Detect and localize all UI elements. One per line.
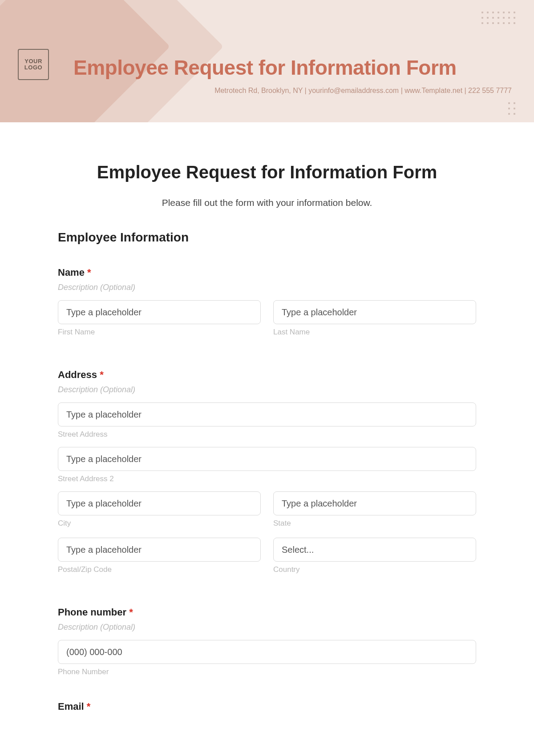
state-input[interactable] bbox=[273, 491, 476, 515]
postal-code-input[interactable] bbox=[58, 538, 261, 562]
desc-name: Description (Optional) bbox=[58, 283, 476, 292]
label-address-text: Address bbox=[58, 369, 97, 380]
field-group-email: Email * bbox=[58, 701, 476, 712]
required-mark: * bbox=[87, 267, 91, 278]
sublabel-last-name: Last Name bbox=[273, 328, 476, 337]
label-phone-text: Phone number bbox=[58, 607, 126, 618]
form-body: Employee Request for Information Form Pl… bbox=[0, 122, 534, 744]
street-address-2-input[interactable] bbox=[58, 447, 476, 471]
banner-decor-dots-top bbox=[481, 12, 516, 25]
sublabel-first-name: First Name bbox=[58, 328, 261, 337]
banner-title: Employee Request for Information Form bbox=[73, 56, 457, 80]
field-group-address: Address * Description (Optional) Street … bbox=[58, 369, 476, 582]
sublabel-postal: Postal/Zip Code bbox=[58, 565, 261, 574]
form-intro: Please fill out the form with your infor… bbox=[58, 197, 476, 208]
sublabel-phone: Phone Number bbox=[58, 668, 476, 676]
form-title: Employee Request for Information Form bbox=[58, 162, 476, 182]
street-address-input[interactable] bbox=[58, 402, 476, 426]
banner-decor-dots-mid bbox=[508, 102, 516, 116]
sublabel-city: City bbox=[58, 519, 261, 528]
country-select[interactable] bbox=[273, 538, 476, 562]
sublabel-state: State bbox=[273, 519, 476, 528]
last-name-input[interactable] bbox=[273, 300, 476, 324]
phone-input[interactable] bbox=[58, 640, 476, 664]
field-group-name: Name * Description (Optional) First Name… bbox=[58, 267, 476, 345]
label-phone: Phone number * bbox=[58, 607, 476, 618]
required-mark: * bbox=[129, 607, 133, 618]
label-email-text: Email bbox=[58, 701, 84, 712]
header-banner: YOUR LOGO Employee Request for Informati… bbox=[0, 0, 534, 122]
required-mark: * bbox=[87, 701, 91, 712]
banner-subline: Metrotech Rd, Brooklyn, NY | yourinfo@em… bbox=[73, 87, 512, 95]
label-address: Address * bbox=[58, 369, 476, 381]
desc-phone: Description (Optional) bbox=[58, 623, 476, 632]
required-mark: * bbox=[100, 369, 104, 380]
sublabel-street: Street Address bbox=[58, 430, 476, 439]
section-title-employee-info: Employee Information bbox=[58, 230, 476, 245]
city-input[interactable] bbox=[58, 491, 261, 515]
first-name-input[interactable] bbox=[58, 300, 261, 324]
logo-placeholder: YOUR LOGO bbox=[18, 49, 49, 80]
label-name-text: Name bbox=[58, 267, 85, 278]
sublabel-street2: Street Address 2 bbox=[58, 475, 476, 483]
desc-address: Description (Optional) bbox=[58, 385, 476, 394]
label-email: Email * bbox=[58, 701, 476, 712]
page: YOUR LOGO Employee Request for Informati… bbox=[0, 0, 534, 744]
label-name: Name * bbox=[58, 267, 476, 278]
field-group-phone: Phone number * Description (Optional) Ph… bbox=[58, 607, 476, 676]
sublabel-country: Country bbox=[273, 565, 476, 574]
logo-text: YOUR LOGO bbox=[19, 58, 48, 71]
